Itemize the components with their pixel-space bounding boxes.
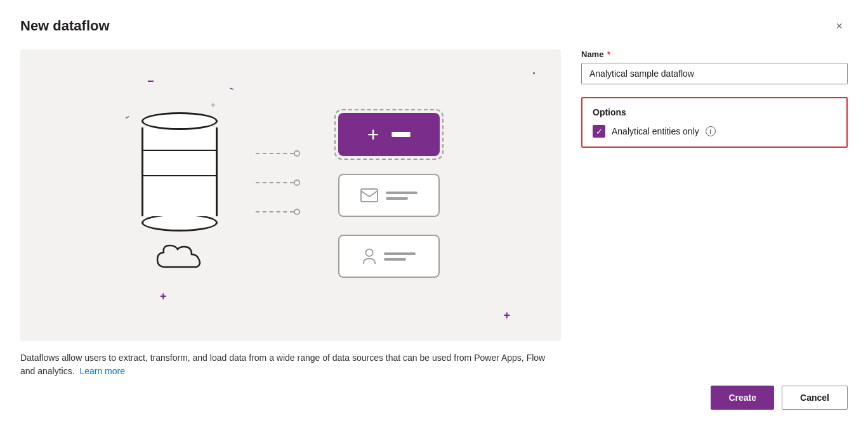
- checkbox-label: Analytical entities only: [612, 126, 699, 136]
- mail-icon: [360, 188, 378, 202]
- new-dataflow-dialog: New dataflow × − + + + · − −: [0, 0, 868, 430]
- svg-point-1: [365, 249, 372, 256]
- deco-plus-1: −: [147, 75, 154, 88]
- connector-dot-3: [294, 209, 300, 215]
- checkbox-row: ✓ Analytical entities only i: [593, 125, 836, 138]
- person-icon: [362, 248, 376, 264]
- analytical-entities-checkbox[interactable]: ✓: [593, 125, 605, 138]
- options-box: Options ✓ Analytical entities only i: [581, 97, 848, 148]
- illustration-inner: +: [141, 112, 440, 279]
- line-2: [386, 197, 408, 200]
- checkmark-icon: ✓: [596, 127, 603, 136]
- dialog-footer: Create Cancel: [581, 375, 848, 410]
- name-input[interactable]: [581, 63, 848, 84]
- info-icon[interactable]: i: [706, 126, 716, 136]
- db-cloud-group: [141, 112, 218, 279]
- database-icon: [141, 112, 218, 231]
- left-panel: − + + + · − −: [20, 49, 561, 410]
- dashed-line-3: [256, 211, 294, 212]
- connector-dot-2: [294, 179, 300, 186]
- connector-mid: [256, 179, 300, 186]
- db-body: [141, 127, 218, 216]
- eq-line-1: [391, 132, 411, 134]
- eq-line-2: [391, 134, 411, 137]
- dashed-line-2: [256, 182, 294, 183]
- cloud-container: [151, 242, 208, 279]
- required-star: *: [605, 49, 610, 59]
- connector-top: [256, 150, 300, 157]
- line-3: [384, 252, 416, 255]
- name-label: Name *: [581, 49, 848, 59]
- svg-rect-0: [361, 189, 378, 202]
- learn-more-link[interactable]: Learn more: [79, 366, 125, 376]
- cards-column: +: [338, 113, 440, 278]
- plus-symbol: +: [367, 124, 379, 145]
- right-panel: Name * Options ✓ Analytical entities onl…: [581, 49, 848, 410]
- dialog-title: New dataflow: [20, 18, 110, 34]
- email-card: [338, 174, 440, 217]
- name-field-group: Name *: [581, 49, 848, 84]
- deco-plus-3: +: [503, 309, 510, 322]
- purple-add-card: +: [338, 113, 440, 156]
- cloud-icon: [151, 242, 208, 277]
- person-card-lines: [384, 252, 416, 261]
- connector-bot: [256, 209, 300, 215]
- deco-dash-2: −: [228, 84, 235, 94]
- dialog-header: New dataflow ×: [20, 18, 848, 34]
- db-bottom: [141, 214, 218, 231]
- dashed-line-1: [256, 153, 294, 154]
- close-button[interactable]: ×: [831, 18, 848, 34]
- description-text: Dataflows allow users to extract, transf…: [20, 351, 561, 378]
- options-title: Options: [593, 107, 836, 117]
- equals-symbol: [391, 132, 411, 137]
- deco-dot: ·: [532, 67, 536, 81]
- illustration: − + + + · − −: [20, 49, 561, 341]
- email-card-lines: [386, 192, 418, 200]
- deco-cross: +: [211, 100, 216, 110]
- deco-plus-2: +: [160, 290, 167, 303]
- line-1: [386, 192, 418, 194]
- deco-dash-1: −: [123, 112, 131, 122]
- dialog-body: − + + + · − −: [20, 49, 848, 410]
- create-button[interactable]: Create: [711, 386, 774, 410]
- line-4: [384, 258, 406, 261]
- person-card: [338, 235, 440, 278]
- connector-dot-1: [294, 150, 300, 157]
- cancel-button[interactable]: Cancel: [782, 386, 848, 410]
- connectors-group: [256, 150, 300, 215]
- db-top: [141, 112, 218, 130]
